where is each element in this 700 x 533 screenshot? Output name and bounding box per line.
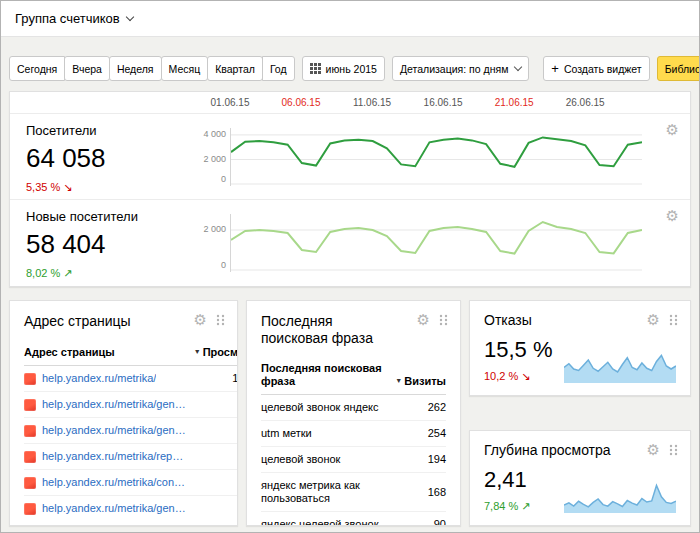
visitors-line-chart <box>231 128 642 186</box>
visits-value: 254 <box>387 421 446 447</box>
date-tick: 11.06.15 <box>353 97 391 108</box>
depth-widget: ⚙ Глубина просмотра 2,41 7,84 % ↗ <box>469 430 691 526</box>
table-row: help.yandex.ru/metrika/rep… 5 606 <box>24 444 238 470</box>
y-axis-tick: 2 000 <box>203 155 226 164</box>
y-axis-tick: 4 000 <box>203 130 226 139</box>
date-tick: 16.06.15 <box>424 97 463 108</box>
search-phrase-table: Последняя поисковая фраза ▼Визиты целево… <box>261 357 446 526</box>
chevron-down-icon <box>514 63 522 71</box>
visitors-chart-zone: 4 000 2 000 0 <box>230 128 642 186</box>
views-value: 6 896 <box>186 418 238 444</box>
gear-icon[interactable]: ⚙ <box>647 312 660 327</box>
metric-value: 64 058 <box>26 143 175 174</box>
metric-title: Посетители <box>26 123 175 138</box>
visits-value: 168 <box>387 473 446 512</box>
date-tick: 01.06.15 <box>211 97 250 108</box>
detail-dropdown[interactable]: Детализация: по дням <box>392 56 529 81</box>
page-address-widget: ⚙ Адрес страницы Адрес страницы ▼Просмот… <box>9 300 238 526</box>
site-favicon <box>24 477 36 489</box>
period-button-month[interactable]: Месяц <box>161 56 209 81</box>
chart-date-axis: 01.06.15 06.06.15 11.06.15 16.06.15 21.0… <box>10 92 690 114</box>
phrase-text: яндекс метрика как пользоваться <box>261 473 387 512</box>
visits-value: 262 <box>387 395 446 421</box>
drag-handle-icon[interactable] <box>669 444 678 456</box>
widgets-row: ⚙ Адрес страницы Адрес страницы ▼Просмот… <box>9 300 691 526</box>
views-value: 5 083 <box>186 496 238 522</box>
drag-handle-icon[interactable] <box>669 314 678 326</box>
column-header-phrase[interactable]: Последняя поисковая фраза <box>261 357 387 395</box>
phrase-text: целевой звонок <box>261 447 387 473</box>
trend-down-icon: ↘ <box>521 370 530 382</box>
chevron-down-icon <box>125 13 133 21</box>
stat-widgets-column: ⚙ Отказы 15,5 % 10,2 % ↘ <box>469 300 691 526</box>
page-url-link[interactable]: help.yandex.ru/metrika/gen… <box>42 424 186 437</box>
table-row: help.yandex.ru/metrika/gen… 5 083 <box>24 496 238 522</box>
gear-icon[interactable]: ⚙ <box>666 208 679 223</box>
phrase-text: utm метки <box>261 421 387 447</box>
new-visitors-chart-zone: 2 000 0 <box>230 214 642 272</box>
stat-delta: 7,84 % ↗ <box>484 500 531 513</box>
widget-library-label: Библиотека виджетов <box>665 63 700 75</box>
gear-icon[interactable]: ⚙ <box>647 442 660 457</box>
trend-up-icon: ↗ <box>521 500 530 512</box>
page-url-link[interactable]: help.yandex.ru/metrika/con… <box>42 476 185 489</box>
period-button-yesterday[interactable]: Вчера <box>64 56 110 81</box>
table-row: яндекс целевой звонок 90 <box>261 512 446 527</box>
stat-delta: 10,2 % ↘ <box>484 370 553 383</box>
gear-icon[interactable]: ⚙ <box>666 122 679 137</box>
column-header-url[interactable]: Адрес страницы <box>24 340 186 366</box>
counter-group-selector[interactable]: Группа счетчиков <box>15 11 133 26</box>
drag-handle-icon[interactable] <box>216 314 225 326</box>
calendar-button[interactable]: июнь 2015 <box>302 56 385 81</box>
widget-library-button[interactable]: Библиотека виджетов <box>657 56 700 81</box>
page-url-link[interactable]: help.yandex.ru/metrika/ <box>42 372 156 385</box>
detail-dropdown-label: Детализация: по дням <box>400 63 508 75</box>
metric-delta: 8,02 % ↗ <box>26 267 175 280</box>
period-button-year[interactable]: Год <box>262 56 295 81</box>
metric-delta: 5,35 % ↘ <box>26 181 175 194</box>
page-url-link[interactable]: help.yandex.ru/metrika/gen… <box>42 398 186 411</box>
top-header: Группа счетчиков <box>1 1 699 37</box>
stat-value: 15,5 % <box>484 337 553 363</box>
date-tick-weekend: 21.06.15 <box>495 97 534 108</box>
page-url-link[interactable]: help.yandex.ru/metrika/rep… <box>42 450 183 463</box>
bounce-sparkline <box>564 349 676 383</box>
new-visitors-info: Новые посетители 58 404 8,02 % ↗ <box>10 200 175 286</box>
phrase-text: яндекс целевой звонок <box>261 512 387 527</box>
table-row: help.yandex.ru/metrika/con… 5 381 <box>24 470 238 496</box>
views-value: 9 357 <box>186 392 238 418</box>
table-row: целевой звонок 194 <box>261 447 446 473</box>
phrase-text: целевой звонок яндекс <box>261 395 387 421</box>
gear-icon[interactable]: ⚙ <box>194 312 207 327</box>
period-button-group: Сегодня Вчера Неделя Месяц Квартал Год <box>9 56 295 81</box>
date-tick-weekend: 06.06.15 <box>282 97 321 108</box>
period-button-quarter[interactable]: Квартал <box>207 56 263 81</box>
site-favicon <box>24 373 36 385</box>
gear-icon[interactable]: ⚙ <box>417 312 430 327</box>
site-favicon <box>24 399 36 411</box>
table-row: utm метки 254 <box>261 421 446 447</box>
toolbar: Сегодня Вчера Неделя Месяц Квартал Год и… <box>9 56 691 81</box>
drag-handle-icon[interactable] <box>439 314 448 326</box>
depth-sparkline <box>564 479 676 513</box>
stat-value: 2,41 <box>484 467 531 493</box>
column-header-visits[interactable]: ▼Визиты <box>387 357 446 395</box>
y-axis-tick: 0 <box>221 261 226 270</box>
calendar-grid-icon <box>310 63 321 74</box>
new-visitors-line-chart <box>231 214 642 272</box>
counter-group-label: Группа счетчиков <box>15 11 120 26</box>
yandex-metrica-dashboard: Группа счетчиков Сегодня Вчера Неделя Ме… <box>0 0 700 533</box>
column-header-views[interactable]: ▼Просмотры <box>186 340 238 366</box>
sort-desc-icon: ▼ <box>194 348 201 355</box>
views-value: 5 606 <box>186 444 238 470</box>
y-axis-tick: 2 000 <box>203 225 226 234</box>
create-widget-button[interactable]: + Создать виджет <box>543 56 649 81</box>
period-button-week[interactable]: Неделя <box>109 56 162 81</box>
summary-chart-widget: 01.06.15 06.06.15 11.06.15 16.06.15 21.0… <box>9 91 691 287</box>
search-phrase-widget: ⚙ Последняя поисковая фраза Последняя по… <box>246 300 461 526</box>
page-url-link[interactable]: help.yandex.ru/metrika/gen… <box>42 502 186 515</box>
metric-title: Новые посетители <box>26 209 175 224</box>
sort-desc-icon: ▼ <box>395 377 402 384</box>
period-button-today[interactable]: Сегодня <box>9 56 65 81</box>
page-address-table: Адрес страницы ▼Просмотры help.yandex.ru… <box>24 340 238 521</box>
